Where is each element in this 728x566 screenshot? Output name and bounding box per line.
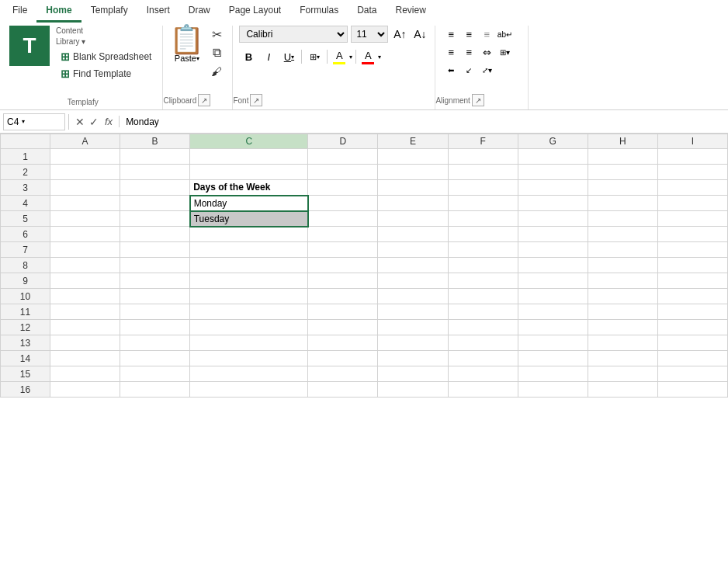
font-shrink-button[interactable]: A↓ — [411, 26, 428, 43]
cell-d12[interactable] — [308, 320, 378, 335]
cell-d16[interactable] — [308, 382, 378, 398]
cell-f12[interactable] — [448, 320, 518, 335]
cell-g11[interactable] — [518, 304, 588, 320]
cell-c12[interactable] — [190, 320, 308, 335]
paste-button[interactable]: 📋 Paste▾ — [169, 26, 204, 77]
cancel-formula-button[interactable]: ✕ — [75, 116, 85, 128]
cell-g12[interactable] — [518, 320, 588, 335]
tab-file[interactable]: File — [3, 0, 36, 23]
name-box-dropdown[interactable]: ▾ — [22, 118, 25, 125]
cell-a6[interactable] — [50, 227, 120, 242]
cell-a4[interactable] — [50, 196, 120, 211]
align-left-top-button[interactable]: ≡ — [442, 26, 460, 43]
blank-spreadsheet-button[interactable]: ⊞ Blank Spreadsheet — [56, 49, 156, 64]
cell-g7[interactable] — [518, 242, 588, 258]
cell-a14[interactable] — [50, 351, 120, 366]
cell-c1[interactable] — [190, 149, 308, 165]
merge-button[interactable]: ⊞▾ — [495, 43, 514, 61]
cell-h11[interactable] — [588, 304, 657, 320]
cell-c7[interactable] — [190, 242, 308, 258]
formula-input[interactable] — [120, 110, 728, 133]
cell-d6[interactable] — [308, 227, 378, 242]
cell-g14[interactable] — [518, 351, 588, 366]
tab-review[interactable]: Review — [387, 0, 435, 23]
cell-e6[interactable] — [378, 227, 448, 242]
cell-i15[interactable] — [657, 366, 727, 382]
cell-g2[interactable] — [518, 165, 588, 180]
cell-c15[interactable] — [190, 366, 308, 382]
cell-i11[interactable] — [657, 304, 727, 320]
cell-d10[interactable] — [308, 289, 378, 304]
cell-a15[interactable] — [50, 366, 120, 382]
cell-b8[interactable] — [120, 258, 190, 273]
tab-draw[interactable]: Draw — [179, 0, 220, 23]
orientation-button[interactable]: ⤢▾ — [477, 61, 496, 78]
cell-c2[interactable] — [190, 165, 308, 180]
cell-f4[interactable] — [448, 196, 518, 211]
tab-data[interactable]: Data — [348, 0, 386, 23]
cell-d11[interactable] — [308, 304, 378, 320]
clipboard-expand-button[interactable]: ↗ — [198, 94, 210, 106]
cell-f13[interactable] — [448, 335, 518, 351]
cell-g5[interactable] — [518, 211, 588, 227]
cell-a13[interactable] — [50, 335, 120, 351]
cell-e15[interactable] — [378, 366, 448, 382]
align-left-button[interactable]: ≡ — [442, 43, 460, 61]
cell-b11[interactable] — [120, 304, 190, 320]
cell-i4[interactable] — [657, 196, 727, 211]
cell-e11[interactable] — [378, 304, 448, 320]
cell-i8[interactable] — [657, 258, 727, 273]
cell-f9[interactable] — [448, 273, 518, 289]
cell-i6[interactable] — [657, 227, 727, 242]
confirm-formula-button[interactable]: ✓ — [89, 116, 99, 128]
cell-e10[interactable] — [378, 289, 448, 304]
font-expand-button[interactable]: ↗ — [250, 94, 262, 106]
cell-h10[interactable] — [588, 289, 657, 304]
copy-button[interactable]: ⧉ — [207, 44, 226, 61]
cell-b1[interactable] — [120, 149, 190, 165]
cell-d8[interactable] — [308, 258, 378, 273]
cell-i14[interactable] — [657, 351, 727, 366]
find-template-button[interactable]: ⊞ Find Template — [56, 66, 156, 82]
cell-h5[interactable] — [588, 211, 657, 227]
cell-e5[interactable] — [378, 211, 448, 227]
cell-a8[interactable] — [50, 258, 120, 273]
cell-b10[interactable] — [120, 289, 190, 304]
cell-b3[interactable] — [120, 180, 190, 196]
cell-a1[interactable] — [50, 149, 120, 165]
cell-d14[interactable] — [308, 351, 378, 366]
cell-f14[interactable] — [448, 351, 518, 366]
cell-h4[interactable] — [588, 196, 657, 211]
cell-b6[interactable] — [120, 227, 190, 242]
col-header-c[interactable]: C — [190, 134, 308, 149]
cell-i9[interactable] — [657, 273, 727, 289]
bold-button[interactable]: B — [239, 48, 258, 65]
name-box[interactable]: C4 ▾ — [3, 113, 65, 130]
highlight-color-button[interactable]: A — [331, 49, 348, 65]
align-center-top-button[interactable]: ≡ — [459, 26, 478, 43]
cell-c8[interactable] — [190, 258, 308, 273]
cell-e14[interactable] — [378, 351, 448, 366]
cell-f2[interactable] — [448, 165, 518, 180]
cell-a16[interactable] — [50, 382, 120, 398]
align-right-top-button[interactable]: ≡ — [477, 26, 496, 43]
cell-h15[interactable] — [588, 366, 657, 382]
cell-i5[interactable] — [657, 211, 727, 227]
cell-d15[interactable] — [308, 366, 378, 382]
indent-right-button[interactable]: ↙ — [459, 61, 478, 78]
cell-e13[interactable] — [378, 335, 448, 351]
align-right-button[interactable]: ⇔ — [477, 43, 496, 61]
cell-i2[interactable] — [657, 165, 727, 180]
cell-e12[interactable] — [378, 320, 448, 335]
cell-g9[interactable] — [518, 273, 588, 289]
alignment-expand-button[interactable]: ↗ — [472, 94, 484, 106]
cell-i16[interactable] — [657, 382, 727, 398]
cell-f1[interactable] — [448, 149, 518, 165]
cell-b12[interactable] — [120, 320, 190, 335]
font-size-select[interactable]: 11 — [351, 26, 388, 43]
col-header-f[interactable]: F — [448, 134, 518, 149]
cell-a7[interactable] — [50, 242, 120, 258]
col-header-e[interactable]: E — [378, 134, 448, 149]
font-color-dropdown[interactable]: ▾ — [378, 54, 381, 61]
cell-f16[interactable] — [448, 382, 518, 398]
